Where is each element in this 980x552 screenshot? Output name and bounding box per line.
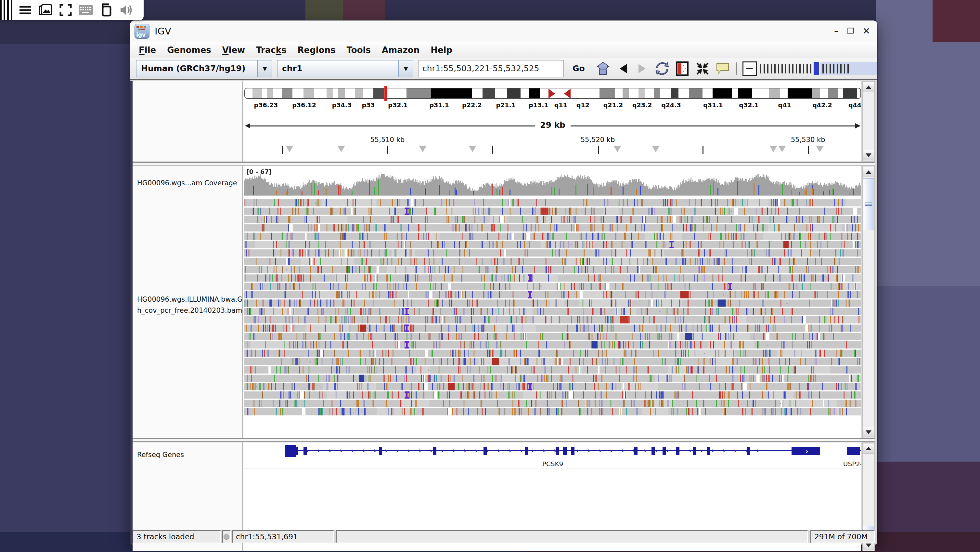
back-icon[interactable] xyxy=(616,61,631,77)
zoom-out-button[interactable] xyxy=(743,61,757,76)
zoom-tick[interactable] xyxy=(807,64,808,73)
scroll-down-icon[interactable] xyxy=(863,427,874,437)
alignment-track-name-line2[interactable]: h_cov_pcr_free.20140203.bam xyxy=(137,306,242,314)
close-button[interactable]: ✕ xyxy=(863,27,870,36)
chevron-down-icon[interactable]: ▼ xyxy=(257,61,272,77)
ruler[interactable]: 55,510 kb55,520 kb55,530 kb xyxy=(244,136,861,159)
zoom-tick[interactable] xyxy=(826,64,827,73)
gene-exon[interactable] xyxy=(484,447,487,455)
zoom-tick[interactable] xyxy=(789,64,790,73)
zoom-tick[interactable] xyxy=(803,64,804,73)
maximize-button[interactable]: ❐ xyxy=(847,27,854,35)
region-capture-icon[interactable] xyxy=(675,61,690,77)
gene-exon[interactable] xyxy=(847,447,860,455)
zoom-tick[interactable] xyxy=(848,64,849,73)
panel-separator[interactable] xyxy=(132,161,875,166)
zoom-slider[interactable] xyxy=(743,61,877,77)
tooltip-bubble-icon[interactable] xyxy=(715,61,730,77)
zoom-tick[interactable] xyxy=(830,64,831,73)
zoom-tick[interactable] xyxy=(785,64,786,73)
gene-exon[interactable] xyxy=(676,447,679,455)
speaker-icon[interactable] xyxy=(117,2,135,18)
zoom-tick[interactable] xyxy=(764,64,765,73)
collapse-arrows-icon[interactable] xyxy=(695,61,710,77)
scroll-up-icon[interactable] xyxy=(863,82,874,93)
drag-grip[interactable] xyxy=(0,0,14,20)
coverage-track-name[interactable]: HG00096.wgs...am Coverage xyxy=(137,179,237,187)
zoom-tick[interactable] xyxy=(844,64,845,73)
zoom-tick[interactable] xyxy=(781,64,783,73)
locus-input[interactable] xyxy=(418,60,564,77)
scroll-down-icon[interactable] xyxy=(863,150,874,160)
gene-exon[interactable] xyxy=(379,447,382,455)
gene-exon[interactable] xyxy=(285,445,295,457)
menu-icon[interactable] xyxy=(16,2,35,18)
gene-exon[interactable] xyxy=(563,447,566,455)
gene-exon[interactable] xyxy=(571,447,574,455)
menu-tools[interactable]: Tools xyxy=(341,45,376,55)
panel-separator[interactable] xyxy=(132,438,875,442)
ruler-marker-triangle[interactable] xyxy=(419,146,426,152)
gene-exon[interactable] xyxy=(304,447,307,455)
zoom-tick[interactable] xyxy=(774,64,776,73)
menu-amazon[interactable]: Amazon xyxy=(376,45,425,55)
chromosome-select[interactable]: chr1 ▼ xyxy=(277,60,413,77)
ruler-marker-triangle[interactable] xyxy=(286,146,293,152)
genome-select[interactable]: Human (GRCh37/hg19) ▼ xyxy=(136,60,272,77)
gene-exon[interactable] xyxy=(433,447,436,455)
minimize-button[interactable]: – xyxy=(834,27,838,36)
zoom-tick[interactable] xyxy=(822,64,824,73)
zoom-slider-active-band[interactable] xyxy=(821,62,877,75)
ruler-marker-triangle[interactable] xyxy=(770,146,777,152)
gene-exon[interactable] xyxy=(294,447,298,455)
gallery-icon[interactable] xyxy=(37,2,54,18)
forward-icon[interactable] xyxy=(634,61,650,77)
ruler-marker-triangle[interactable] xyxy=(652,146,660,152)
names-data-divider[interactable] xyxy=(242,166,244,438)
ruler-marker-triangle[interactable] xyxy=(778,146,786,152)
gene-exon[interactable] xyxy=(556,447,559,455)
zoom-tick[interactable] xyxy=(837,64,838,73)
fullscreen-icon[interactable] xyxy=(57,2,75,18)
scroll-up-icon[interactable] xyxy=(863,167,874,177)
ruler-marker-triangle[interactable] xyxy=(469,146,476,152)
zoom-tick[interactable] xyxy=(792,64,794,73)
alignment-pileup-canvas[interactable] xyxy=(244,166,861,438)
zoom-tick[interactable] xyxy=(760,64,761,73)
menu-help[interactable]: Help xyxy=(425,45,458,55)
menu-regions[interactable]: Regions xyxy=(292,45,341,55)
zoom-tick[interactable] xyxy=(778,64,779,73)
alignment-track-name-line1[interactable]: HG00096.wgs.ILLUMINA.bwa.G xyxy=(137,295,243,303)
gene-exon[interactable] xyxy=(634,447,638,455)
zoom-tick[interactable] xyxy=(810,64,811,73)
panel1-scrollbar[interactable] xyxy=(862,81,875,161)
gene-label-usp24[interactable]: USP24 xyxy=(843,460,861,468)
zoom-tick[interactable] xyxy=(771,64,772,73)
gene-exon[interactable] xyxy=(663,447,666,455)
menu-file[interactable]: File xyxy=(133,45,161,55)
menu-view[interactable]: View xyxy=(217,45,251,55)
keyboard-icon[interactable] xyxy=(77,2,95,18)
zoom-tick[interactable] xyxy=(767,64,768,73)
home-icon[interactable] xyxy=(595,61,611,77)
names-data-divider[interactable] xyxy=(242,81,244,161)
chromosome-ideogram[interactable]: p36.23p36.12p34.3p33p32.1p31.1p22.2p21.1… xyxy=(244,88,861,114)
gene-exon[interactable] xyxy=(747,447,750,455)
zoom-tick[interactable] xyxy=(840,64,842,73)
ruler-marker-triangle[interactable] xyxy=(614,146,621,152)
gene-exon[interactable] xyxy=(707,447,710,455)
gene-track-name[interactable]: Refseq Genes xyxy=(137,451,184,459)
zoom-tick[interactable] xyxy=(796,64,797,73)
gene-exon[interactable] xyxy=(651,447,655,455)
gene-exon[interactable] xyxy=(693,447,696,455)
ruler-marker-triangle[interactable] xyxy=(337,146,345,152)
scrollbar-thumb[interactable] xyxy=(863,178,874,230)
view-position-marker[interactable] xyxy=(384,86,387,101)
menu-tracks[interactable]: Tracks xyxy=(251,45,292,55)
gene-label-pcsk9[interactable]: PCSK9 xyxy=(542,460,563,468)
gene-exon[interactable] xyxy=(525,447,528,455)
zoom-tick[interactable] xyxy=(799,64,801,73)
zoom-slider-thumb[interactable] xyxy=(814,62,819,75)
go-button[interactable]: Go xyxy=(570,62,587,75)
chevron-down-icon[interactable]: ▼ xyxy=(398,61,413,77)
